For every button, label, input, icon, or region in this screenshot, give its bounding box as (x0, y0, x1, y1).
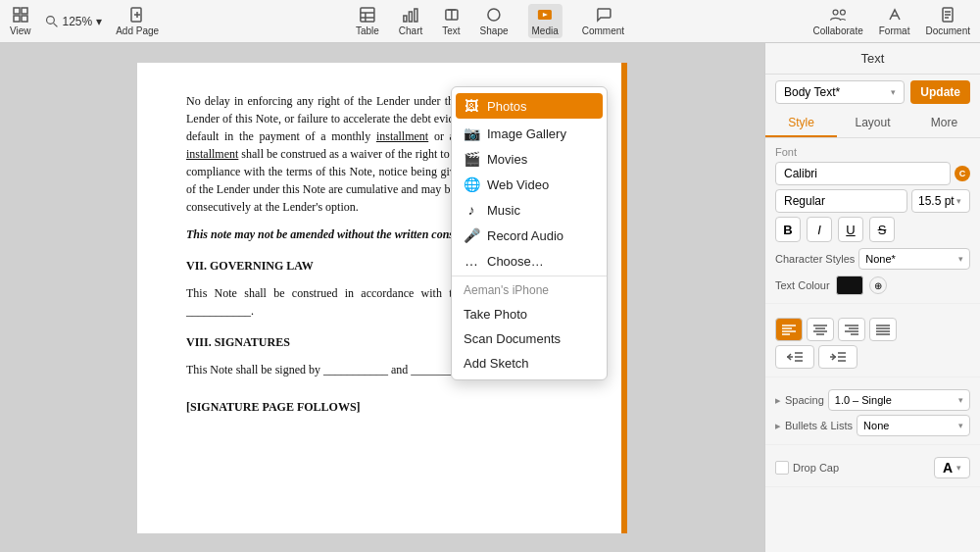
collaborate-button[interactable]: Collaborate (813, 6, 863, 36)
menu-device-header: Aeman's iPhone (452, 278, 607, 302)
align-left-button[interactable] (775, 318, 803, 341)
toolbar-left: View 125% ▾ Add Page (10, 6, 159, 36)
style-chevron-icon: ▾ (891, 87, 896, 97)
choose-icon: … (464, 253, 479, 269)
bullets-label: Bullets & Lists (785, 420, 853, 431)
svg-point-22 (833, 10, 838, 15)
tab-layout[interactable]: Layout (837, 110, 908, 137)
orange-accent-bar (621, 63, 627, 533)
underline-button[interactable]: U (838, 217, 863, 242)
menu-item-web-video[interactable]: 🌐 Web Video (452, 172, 607, 197)
spacing-section: ▸ Spacing 1.0 – Single ▾ ▸ Bullets & Lis… (765, 377, 980, 445)
music-icon: ♪ (464, 202, 479, 218)
dropcap-label: Drop Cap (793, 462, 839, 474)
svg-line-5 (53, 23, 57, 26)
align-center-button[interactable] (807, 318, 834, 341)
font-size-box[interactable]: 15.5 pt ▾ (911, 189, 970, 213)
indent-increase-button[interactable] (818, 345, 858, 369)
indent-row (775, 345, 970, 369)
font-name-dropdown[interactable]: Calibri (775, 162, 951, 185)
dropcap-checkbox[interactable] (775, 461, 789, 475)
align-right-button[interactable] (838, 318, 865, 341)
menu-item-photos[interactable]: 🖼 Photos (456, 93, 603, 119)
dropcap-A-icon: A (943, 460, 953, 476)
toolbar: View 125% ▾ Add Page Table Chart Text Sh… (0, 0, 980, 43)
table-button[interactable]: Table (356, 6, 379, 36)
alignment-section (765, 304, 980, 377)
text-color-options[interactable]: ⊕ (869, 276, 887, 294)
menu-item-record-audio[interactable]: 🎤 Record Audio (452, 223, 607, 248)
text-color-swatch[interactable] (836, 276, 863, 295)
strikethrough-button[interactable]: S (869, 217, 895, 242)
menu-item-choose[interactable]: … Choose… (452, 248, 607, 274)
style-row: Body Text* ▾ Update (765, 75, 980, 110)
svg-rect-13 (404, 16, 407, 22)
align-justify-button[interactable] (869, 318, 897, 341)
bold-button[interactable]: B (775, 217, 801, 242)
chart-button[interactable]: Chart (399, 6, 422, 36)
spacing-row: ▸ Spacing 1.0 – Single ▾ (775, 389, 970, 411)
font-style-dropdown[interactable]: Regular (775, 189, 907, 213)
char-styles-dropdown[interactable]: None* ▾ (858, 248, 970, 270)
record-audio-icon: 🎤 (464, 227, 479, 243)
align-row (775, 318, 970, 341)
media-button[interactable]: Media (528, 4, 563, 38)
format-button[interactable]: Format (879, 6, 910, 36)
menu-item-movies[interactable]: 🎬 Movies (452, 146, 607, 172)
font-name-row: Calibri C (775, 162, 970, 185)
document-button[interactable]: Document (925, 6, 970, 36)
menu-divider (452, 276, 607, 276)
spacing-label: Spacing (785, 394, 824, 406)
dropcap-section: Drop Cap A ▾ (765, 445, 980, 487)
size-chevron-icon: ▾ (956, 196, 961, 206)
bullets-chevron-icon: ▾ (958, 421, 963, 430)
font-options-button[interactable]: C (955, 166, 970, 181)
indent-decrease-button[interactable] (775, 345, 814, 369)
movies-icon: 🎬 (464, 151, 479, 167)
image-gallery-icon: 📷 (464, 125, 479, 141)
comment-button[interactable]: Comment (582, 6, 624, 36)
char-styles-label: Character Styles (775, 253, 855, 265)
main-area: No delay in enforcing any right of the L… (0, 43, 980, 552)
italic-button[interactable]: I (807, 217, 832, 242)
web-video-icon: 🌐 (464, 176, 479, 192)
svg-rect-9 (361, 8, 374, 22)
signature-block: [SIGNATURE PAGE FOLLOWS] (186, 398, 578, 416)
dropcap-style-button[interactable]: A ▾ (934, 457, 970, 478)
menu-item-take-photo[interactable]: Take Photo (452, 302, 607, 326)
right-panel: Text Body Text* ▾ Update Style Layout Mo… (764, 43, 980, 552)
style-dropdown[interactable]: Body Text* ▾ (775, 80, 905, 104)
font-section: Font Calibri C Regular 15.5 pt ▾ B I U (765, 138, 980, 304)
bullets-dropdown[interactable]: None ▾ (857, 415, 970, 436)
tab-style[interactable]: Style (765, 110, 837, 137)
svg-rect-2 (14, 16, 20, 22)
menu-item-scan-documents[interactable]: Scan Documents (452, 326, 607, 351)
text-color-row: Text Colour ⊕ (775, 276, 970, 295)
format-row: B I U S (775, 217, 970, 242)
bullets-row: ▸ Bullets & Lists None ▾ (775, 415, 970, 436)
svg-rect-14 (410, 12, 413, 22)
char-styles-row: Character Styles None* ▾ (775, 248, 970, 270)
menu-item-image-gallery[interactable]: 📷 Image Gallery (452, 121, 607, 146)
photos-icon: 🖼 (464, 98, 479, 114)
zoom-control[interactable]: 125% ▾ (45, 15, 103, 28)
bullets-expand-icon[interactable]: ▸ (775, 420, 781, 432)
spacing-chevron-icon: ▾ (958, 395, 963, 405)
update-button[interactable]: Update (910, 80, 970, 104)
svg-point-4 (46, 16, 54, 24)
tab-more[interactable]: More (908, 110, 980, 137)
spacing-expand-icon[interactable]: ▸ (775, 394, 781, 407)
text-button[interactable]: Text (442, 6, 460, 36)
view-button[interactable]: View (10, 6, 31, 36)
svg-rect-3 (22, 16, 27, 22)
font-label: Font (775, 146, 970, 158)
style-size-row: Regular 15.5 pt ▾ (775, 189, 970, 213)
media-dropdown-menu: 🖼 Photos 📷 Image Gallery 🎬 Movies 🌐 Web … (451, 86, 608, 380)
spacing-dropdown[interactable]: 1.0 – Single ▾ (828, 389, 970, 411)
menu-item-music[interactable]: ♪ Music (452, 197, 607, 223)
add-page-button[interactable]: Add Page (116, 6, 159, 36)
svg-rect-15 (415, 9, 417, 22)
menu-item-add-sketch[interactable]: Add Sketch (452, 351, 607, 376)
char-styles-chevron-icon: ▾ (958, 254, 963, 264)
shape-button[interactable]: Shape (480, 6, 509, 36)
